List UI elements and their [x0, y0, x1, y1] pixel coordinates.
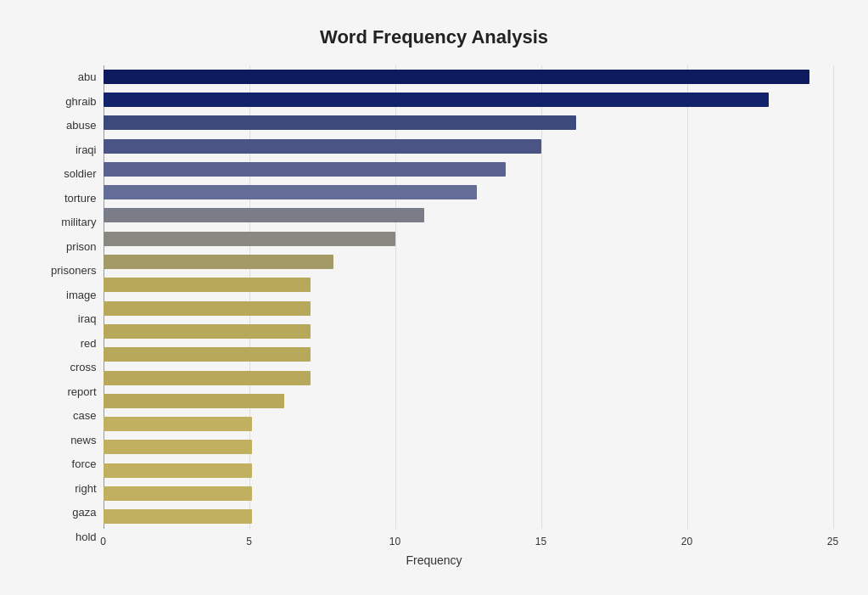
- y-label: prisoners: [36, 265, 97, 276]
- bar: [104, 301, 311, 316]
- bar-row: [104, 114, 833, 132]
- bar: [104, 93, 769, 107]
- y-label: prison: [36, 241, 97, 252]
- x-axis-ticks: 0510152025: [104, 530, 833, 549]
- y-label: force: [36, 458, 97, 469]
- bar-row: [104, 299, 833, 317]
- bar: [104, 139, 541, 154]
- bar: [104, 371, 311, 385]
- bar: [104, 347, 311, 362]
- bar-row: [104, 484, 833, 502]
- y-axis: abughraibabuseiraqisoldiertorturemilitar…: [36, 65, 104, 549]
- y-label: right: [36, 483, 97, 494]
- bar: [104, 70, 809, 84]
- bar: [104, 486, 252, 501]
- y-label: abu: [36, 71, 97, 82]
- bar: [104, 324, 311, 339]
- bar-row: [104, 90, 833, 109]
- bar-row: [104, 461, 833, 480]
- chart-title: Word Frequency Analysis: [36, 26, 833, 48]
- bar: [104, 394, 284, 408]
- bar-row: [104, 391, 833, 410]
- bar-row: [104, 229, 833, 248]
- bar-row: [104, 137, 833, 155]
- y-label: ghraib: [36, 96, 97, 107]
- bar: [104, 278, 311, 292]
- bar-row: [104, 322, 833, 340]
- bar-row: [104, 415, 833, 434]
- x-axis-title: Frequency: [406, 553, 462, 567]
- bar-row: [104, 67, 833, 86]
- y-label: report: [36, 386, 97, 397]
- y-label: soldier: [36, 168, 97, 179]
- bar: [104, 255, 334, 269]
- bar: [104, 463, 252, 478]
- y-label: news: [36, 435, 97, 446]
- bar-row: [104, 206, 833, 225]
- bar: [104, 185, 477, 199]
- bar-row: [104, 368, 833, 387]
- y-label: iraq: [36, 313, 97, 324]
- bar: [104, 162, 507, 177]
- y-label: military: [36, 216, 97, 227]
- y-label: image: [36, 289, 97, 300]
- bar-row: [104, 276, 833, 295]
- bar-row: [104, 438, 833, 457]
- bar-row: [104, 183, 833, 202]
- bar: [104, 509, 252, 524]
- grid-line: [833, 65, 834, 529]
- bar-row: [104, 160, 833, 178]
- y-label: abuse: [36, 120, 97, 131]
- x-tick-label: 0: [100, 536, 106, 547]
- y-label: iraqi: [36, 144, 97, 155]
- bar-rows: [104, 65, 833, 529]
- bar: [104, 232, 395, 246]
- y-label: hold: [36, 531, 97, 542]
- x-tick-label: 10: [389, 536, 400, 547]
- bar-row: [104, 253, 833, 272]
- bar-row: [104, 508, 833, 526]
- y-label: red: [36, 338, 97, 349]
- x-tick-label: 5: [246, 536, 252, 547]
- y-label: torture: [36, 193, 97, 204]
- x-tick-label: 20: [681, 536, 692, 547]
- bar: [104, 115, 576, 130]
- y-label: cross: [36, 362, 97, 373]
- x-tick-label: 25: [827, 536, 838, 547]
- bars-area: 0510152025: [104, 65, 833, 549]
- bar: [104, 208, 424, 222]
- bar-row: [104, 345, 833, 364]
- x-tick-label: 15: [535, 536, 546, 547]
- bar: [104, 417, 252, 431]
- y-label: gaza: [36, 507, 97, 518]
- y-label: case: [36, 410, 97, 421]
- bar: [104, 440, 252, 454]
- chart-container: Word Frequency Analysis abughraibabuseir…: [10, 9, 859, 587]
